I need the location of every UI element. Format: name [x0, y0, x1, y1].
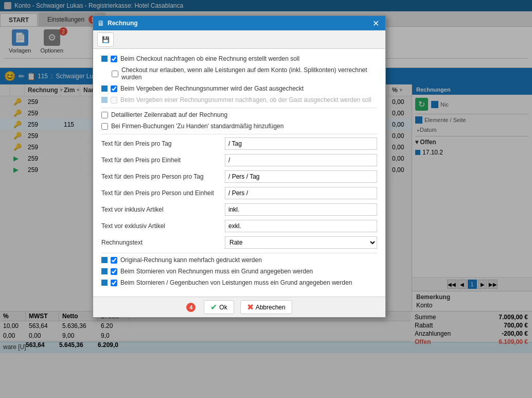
save-icon: 💾: [102, 36, 110, 43]
checkbox-label-5: Detaillierter Zeilenrabatt auf der Rechn…: [111, 111, 227, 118]
field-input-2[interactable]: [225, 154, 377, 166]
modal-body: Beim Checkout nachfragen ob eine Rechnun…: [93, 49, 385, 297]
bottom-checkbox-label-2: Beim Stornieren von Rechnungen muss ein …: [120, 268, 313, 275]
modal-divider-1: [101, 108, 377, 108]
field-label-1: Text für den Preis pro Tag: [101, 140, 225, 147]
blue-checkbox-b1: [101, 257, 108, 263]
field-row-6: Text vor exklusiv Artikel: [101, 220, 377, 232]
ok-button[interactable]: ✔ Ok: [204, 300, 234, 314]
field-row-2: Text für den Preis pro Einheit: [101, 154, 377, 166]
cancel-label: Abbrechen: [256, 304, 286, 311]
checkbox-row-3: Beim Vergeben der Rechnungsnummer wird d…: [101, 85, 377, 92]
modal-title-icon: 🖥: [97, 19, 104, 27]
checkbox-2[interactable]: [112, 71, 118, 77]
modal-titlebar: 🖥 Rechnung ✕: [93, 16, 385, 30]
modal-overlay: 🖥 Rechnung ✕ 💾 Beim Checkout nachfragen …: [0, 0, 532, 398]
bottom-checkbox-3[interactable]: [111, 280, 117, 286]
modal-save-button[interactable]: 💾: [97, 32, 114, 47]
modal-toolbar: 💾: [93, 30, 385, 49]
checkbox-label-6: Bei Firmen-Buchungen 'Zu Handen' standar…: [111, 123, 283, 130]
modal-footer: 4 ✔ Ok ✖ Abbrechen: [93, 297, 385, 317]
checkbox-row-2: Checkout nur erlauben, wenn alle Leistun…: [112, 66, 377, 81]
field-label-2: Text für den Preis pro Einheit: [101, 157, 225, 164]
footer-badge: 4: [186, 303, 196, 312]
checkbox-6[interactable]: [101, 123, 108, 130]
blue-checkbox-1: [101, 56, 108, 62]
ok-label: Ok: [219, 304, 227, 311]
bottom-checkbox-row-3: Beim Stornieren / Gegenbuchen von Leistu…: [101, 279, 377, 286]
checkbox-row-1: Beim Checkout nachfragen ob eine Rechnun…: [101, 55, 377, 62]
blue-checkbox-b2: [101, 268, 108, 274]
field-row-7: Rechnungstext Rate: [101, 236, 377, 249]
checkbox-row-4: Beim Vergeben einer Rechnungsnummer nach…: [101, 96, 377, 103]
field-row-1: Text für den Preis pro Tag: [101, 137, 377, 150]
checkbox-label-4: Beim Vergeben einer Rechnungsnummer nach…: [120, 96, 371, 103]
x-icon: ✖: [247, 302, 254, 312]
bottom-checkbox-label-3: Beim Stornieren / Gegenbuchen von Leistu…: [120, 279, 352, 286]
field-row-4: Text für den Preis pro Person und Einhei…: [101, 187, 377, 199]
field-label-3: Text für den Preis pro Person pro Tag: [101, 173, 225, 180]
check-icon: ✔: [210, 302, 217, 312]
checkbox-label-1: Beim Checkout nachfragen ob eine Rechnun…: [120, 55, 299, 62]
rechnung-modal: 🖥 Rechnung ✕ 💾 Beim Checkout nachfragen …: [93, 15, 386, 318]
bottom-checkbox-2[interactable]: [111, 268, 117, 275]
checkbox-label-2: Checkout nur erlauben, wenn alle Leistun…: [121, 66, 377, 81]
modal-title: Rechnung: [108, 20, 370, 27]
checkbox-row-6: Bei Firmen-Buchungen 'Zu Handen' standar…: [101, 123, 377, 130]
blue-checkbox-3: [101, 85, 108, 92]
modal-divider-3: [101, 253, 377, 253]
modal-close-button[interactable]: ✕: [370, 19, 381, 28]
field-input-3[interactable]: [225, 170, 377, 183]
modal-divider-2: [101, 134, 377, 134]
checkbox-label-3: Beim Vergeben der Rechnungsnummer wird d…: [120, 85, 304, 92]
field-input-4[interactable]: [225, 187, 377, 199]
field-input-1[interactable]: [225, 137, 377, 150]
field-label-4: Text für den Preis pro Person und Einhei…: [101, 189, 225, 197]
checkbox-1[interactable]: [111, 56, 117, 62]
checkbox-5[interactable]: [101, 112, 108, 118]
checkbox-row-5: Detaillierter Zeilenrabatt auf der Rechn…: [101, 111, 377, 118]
rechnungstext-select[interactable]: Rate: [225, 236, 377, 249]
field-input-5[interactable]: [225, 203, 377, 216]
checkbox-4[interactable]: [111, 97, 117, 103]
field-row-3: Text für den Preis pro Person pro Tag: [101, 170, 377, 183]
checkbox-3[interactable]: [111, 85, 117, 92]
field-label-7: Rechnungstext: [101, 239, 225, 246]
field-row-5: Text vor inklusiv Artikel: [101, 203, 377, 216]
cancel-button[interactable]: ✖ Abbrechen: [240, 300, 292, 314]
bottom-checkbox-label-1: Original-Rechnung kann mehrfach gedruckt…: [120, 256, 262, 264]
bottom-checkbox-row-2: Beim Stornieren von Rechnungen muss ein …: [101, 268, 377, 275]
blue-checkbox-b3: [101, 280, 108, 286]
field-input-6[interactable]: [225, 220, 377, 232]
bottom-checkbox-1[interactable]: [111, 257, 117, 264]
bottom-checkbox-row-1: Original-Rechnung kann mehrfach gedruckt…: [101, 256, 377, 264]
field-label-5: Text vor inklusiv Artikel: [101, 206, 225, 213]
field-label-6: Text vor exklusiv Artikel: [101, 222, 225, 230]
blue-checkbox-4: [101, 97, 108, 103]
